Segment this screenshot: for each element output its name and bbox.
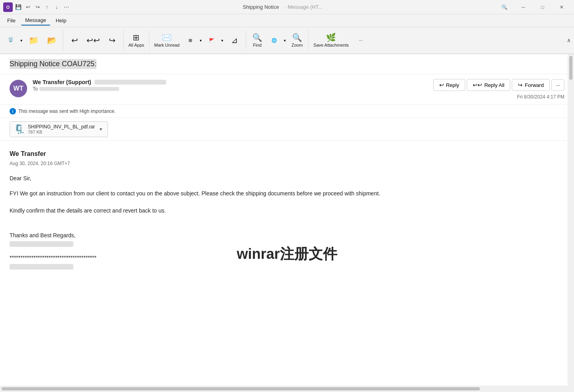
close-button[interactable]: ✕	[552, 0, 571, 14]
back-icon: ↩	[71, 36, 78, 44]
file-info: SHIPPING_INV_PL_BL_pdf.rar 787 KB	[28, 124, 95, 134]
customize-button[interactable]: ⋯	[62, 3, 70, 11]
outlook-icon: O	[3, 2, 13, 12]
mark-unread-button[interactable]: ✉️ Mark Unread	[152, 29, 182, 52]
signature-redacted-2	[10, 264, 73, 270]
sender-avatar: WT	[10, 80, 27, 97]
window-subtitle: · Message (HT...	[285, 4, 322, 10]
window-title: Shipping Notice · Message (HT...	[70, 4, 495, 10]
zoom-button[interactable]: 🔍 Zoom	[288, 29, 306, 52]
info-icon: i	[10, 108, 16, 114]
reply-button[interactable]: ↩ Reply	[433, 79, 465, 91]
attachment-dropdown[interactable]: ▾	[98, 126, 104, 132]
action-buttons: ↩ Reply ↩↩ Reply All ↪ Forward ···	[433, 79, 564, 91]
file-size: 787 KB	[28, 130, 95, 134]
email-content: Shipping Notice COAU725: WT We Transfer …	[0, 54, 574, 392]
reply-back-button[interactable]: ↩↩	[84, 29, 102, 52]
scroll-corner	[568, 386, 574, 392]
titlebar: O 💾 ↩ ↪ ↑ ↓ ⋯ Shipping Notice · Message …	[0, 0, 574, 14]
corner-icon: ⊿	[231, 36, 238, 44]
redo-button[interactable]: ↪	[33, 3, 41, 11]
forward-ribbon-button[interactable]: ↪	[103, 29, 121, 52]
body-para2: Kindly confirm that the details are corr…	[10, 206, 564, 215]
scrollbar-horizontal[interactable]	[0, 386, 568, 392]
archive-button[interactable]: 📁	[25, 29, 42, 52]
find-button[interactable]: 🔍 Find	[248, 29, 266, 52]
file-icon: 🗜️	[14, 124, 25, 134]
flag-button[interactable]: 🚩	[204, 29, 219, 52]
translate-dropdown[interactable]: ▾	[282, 29, 287, 52]
menubar: File Message Help	[0, 14, 574, 27]
email-subject: Shipping Notice COAU725:	[10, 59, 96, 69]
translate-icon: 🌐	[271, 38, 277, 43]
ribbon-separator-3	[149, 30, 149, 50]
email-from-name: We Transfer (Support)	[33, 79, 433, 85]
body-stars: ****************************************	[10, 253, 564, 262]
scrollbar-thumb-h	[2, 387, 480, 390]
sender-display-name: We Transfer	[10, 149, 564, 159]
save-button[interactable]: 💾	[14, 3, 22, 11]
reply-all-icon: ↩↩	[473, 82, 482, 88]
flag-dropdown[interactable]: ▾	[219, 29, 225, 52]
sender-sent-date: Aug 30, 2024, 20:16 GMT+7	[10, 160, 564, 167]
move-button[interactable]: 📂	[43, 29, 61, 52]
reply-all-button[interactable]: ↩↩ Reply All	[467, 79, 511, 91]
ribbon-separator-5	[308, 30, 309, 50]
flag-icon: 🚩	[209, 38, 214, 43]
scrollbar-vertical[interactable]	[568, 54, 574, 386]
delete-group: 🗑️ ▾	[3, 29, 24, 52]
zoom-icon: 🔍	[292, 33, 302, 41]
move-icon: 📂	[47, 36, 57, 44]
attachment-area: 🗜️ SHIPPING_INV_PL_BL_pdf.rar 787 KB ▾	[0, 118, 574, 141]
all-apps-icon: ⊞	[133, 33, 140, 41]
reply-icon: ↩	[439, 82, 444, 88]
more-actions-button[interactable]: ···	[551, 79, 564, 91]
attachment-item[interactable]: 🗜️ SHIPPING_INV_PL_BL_pdf.rar 787 KB ▾	[10, 121, 108, 137]
email-subject-bar: Shipping Notice COAU725:	[0, 54, 574, 74]
ribbon: 🗑️ ▾ 📁 📂 ↩ ↩↩ ↪ ⊞ All Apps ✉️ Mark Unrea…	[0, 27, 574, 54]
menu-help[interactable]: Help	[52, 16, 71, 25]
menu-file[interactable]: File	[3, 16, 20, 25]
window-title-text: Shipping Notice	[243, 4, 279, 10]
ribbon-separator-2	[123, 30, 124, 50]
email-body: We Transfer Aug 30, 2024, 20:16 GMT+7 De…	[0, 141, 574, 367]
tags-button[interactable]: ⊞	[183, 29, 198, 52]
file-name: SHIPPING_INV_PL_BL_pdf.rar	[28, 124, 95, 130]
delete-button[interactable]: 🗑️	[3, 29, 18, 52]
minimize-button[interactable]: ─	[514, 0, 533, 14]
flag-group: 🚩 ▾	[204, 29, 225, 52]
maximize-button[interactable]: □	[533, 0, 552, 14]
tags-group: ⊞ ▾	[183, 29, 203, 52]
corner-button[interactable]: ⊿	[226, 29, 243, 52]
body-closing: Thanks and Best Regards,	[10, 231, 564, 240]
back-button[interactable]: ↩	[66, 29, 83, 52]
menu-message[interactable]: Message	[21, 16, 50, 26]
search-button[interactable]: 🔍	[495, 0, 513, 14]
to-redacted	[39, 87, 119, 91]
delete-dropdown[interactable]: ▾	[18, 29, 24, 52]
from-redacted-1	[94, 80, 166, 85]
tags-icon: ⊞	[189, 38, 192, 43]
tags-dropdown[interactable]: ▾	[198, 29, 203, 52]
mark-unread-icon: ✉️	[162, 33, 172, 41]
ribbon-separator-4	[246, 30, 246, 50]
more-ribbon-button[interactable]: ···	[352, 29, 370, 52]
all-apps-button[interactable]: ⊞ All Apps	[126, 29, 147, 52]
save-attachments-button[interactable]: 🌿 Save Attachments	[311, 29, 351, 52]
signature-redacted-1	[10, 241, 73, 247]
forward-button[interactable]: ↪ Forward	[512, 79, 550, 91]
ribbon-separator-1	[63, 30, 63, 50]
down-button[interactable]: ↓	[53, 3, 61, 11]
email-meta: WT We Transfer (Support) To ↩ Reply ↩↩ R…	[0, 74, 574, 105]
up-button[interactable]: ↑	[43, 3, 51, 11]
window-controls: 🔍 ─ □ ✕	[495, 0, 571, 14]
forward-icon: ↪	[518, 82, 523, 88]
undo-button[interactable]: ↩	[24, 3, 32, 11]
archive-icon: 📁	[29, 36, 39, 44]
ribbon-collapse-button[interactable]: ∧	[567, 37, 571, 43]
find-icon: 🔍	[252, 33, 262, 41]
scrollbar-thumb-v	[569, 56, 572, 80]
forward-ribbon-icon: ↪	[109, 36, 116, 44]
importance-notice: i This message was sent with High import…	[0, 105, 574, 118]
translate-button[interactable]: 🌐	[267, 29, 282, 52]
